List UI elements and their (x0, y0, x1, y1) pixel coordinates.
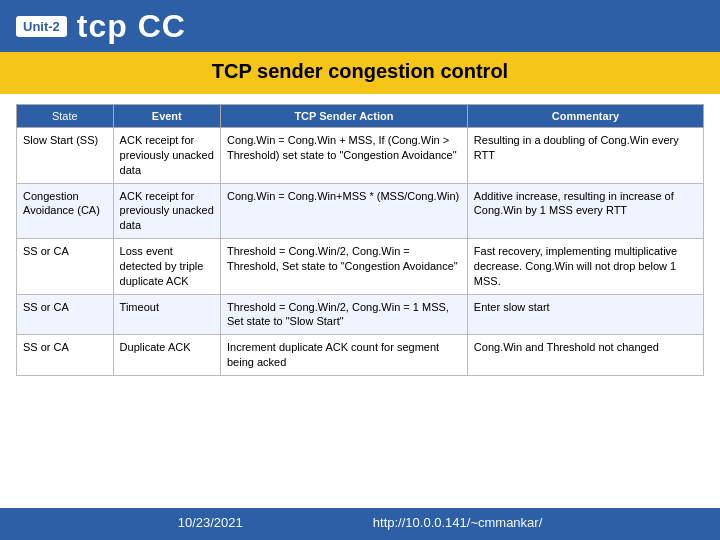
footer: 10/23/2021 http://10.0.0.141/~cmmankar/ (0, 508, 720, 540)
cell-commentary: Additive increase, resulting in increase… (467, 183, 703, 239)
cell-event: Duplicate ACK (113, 335, 220, 376)
footer-url: http://10.0.0.141/~cmmankar/ (373, 515, 542, 530)
cell-event: Loss event detected by triple duplicate … (113, 239, 220, 295)
cell-commentary: Cong.Win and Threshold not changed (467, 335, 703, 376)
col-header-event: Event (113, 105, 220, 128)
cell-state: Congestion Avoidance (CA) (17, 183, 114, 239)
cell-action: Threshold = Cong.Win/2, Cong.Win = 1 MSS… (220, 294, 467, 335)
cell-action: Increment duplicate ACK count for segmen… (220, 335, 467, 376)
cell-commentary: Enter slow start (467, 294, 703, 335)
subtitle-text: TCP sender congestion control (212, 60, 508, 82)
cell-event: ACK receipt for previously unacked data (113, 128, 220, 184)
table-row: SS or CATimeoutThreshold = Cong.Win/2, C… (17, 294, 704, 335)
cell-state: SS or CA (17, 294, 114, 335)
cell-event: Timeout (113, 294, 220, 335)
cell-event: ACK receipt for previously unacked data (113, 183, 220, 239)
cell-action: Cong.Win = Cong.Win + MSS, If (Cong.Win … (220, 128, 467, 184)
col-header-state: State (17, 105, 114, 128)
cell-commentary: Resulting in a doubling of Cong.Win ever… (467, 128, 703, 184)
cell-state: SS or CA (17, 239, 114, 295)
col-header-commentary: Commentary (467, 105, 703, 128)
unit-badge: Unit-2 (16, 16, 67, 37)
cell-commentary: Fast recovery, implementing multiplicati… (467, 239, 703, 295)
cell-state: Slow Start (SS) (17, 128, 114, 184)
congestion-table: State Event TCP Sender Action Commentary… (16, 104, 704, 376)
table-row: SS or CADuplicate ACKIncrement duplicate… (17, 335, 704, 376)
col-header-action: TCP Sender Action (220, 105, 467, 128)
table-container: State Event TCP Sender Action Commentary… (0, 94, 720, 376)
table-body: Slow Start (SS)ACK receipt for previousl… (17, 128, 704, 376)
header-title: tcp CC (77, 8, 186, 45)
cell-action: Threshold = Cong.Win/2, Cong.Win = Thres… (220, 239, 467, 295)
cell-state: SS or CA (17, 335, 114, 376)
table-row: Congestion Avoidance (CA)ACK receipt for… (17, 183, 704, 239)
subtitle-banner: TCP sender congestion control (0, 52, 720, 94)
cell-action: Cong.Win = Cong.Win+MSS * (MSS/Cong.Win) (220, 183, 467, 239)
table-row: SS or CALoss event detected by triple du… (17, 239, 704, 295)
footer-date: 10/23/2021 (178, 515, 243, 530)
header: Unit-2 tcp CC (0, 0, 720, 52)
table-row: Slow Start (SS)ACK receipt for previousl… (17, 128, 704, 184)
table-header-row: State Event TCP Sender Action Commentary (17, 105, 704, 128)
